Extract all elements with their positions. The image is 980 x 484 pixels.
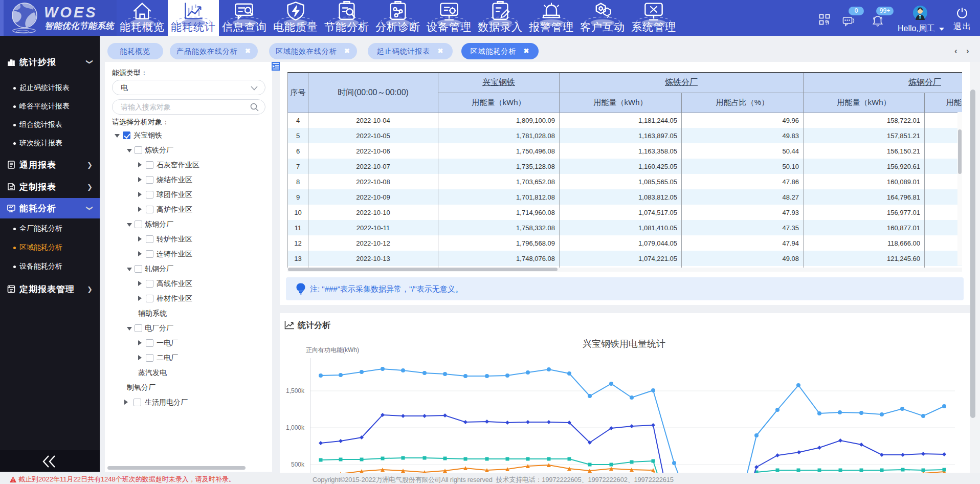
svg-text:1,000k: 1,000k: [286, 424, 305, 431]
svg-text:兴宝钢铁用电量统计: 兴宝钢铁用电量统计: [583, 339, 665, 349]
svg-text:500k: 500k: [291, 461, 305, 468]
svg-text:1,500k: 1,500k: [286, 387, 305, 394]
svg-text:正向有功电能(kWh): 正向有功电能(kWh): [306, 346, 359, 354]
